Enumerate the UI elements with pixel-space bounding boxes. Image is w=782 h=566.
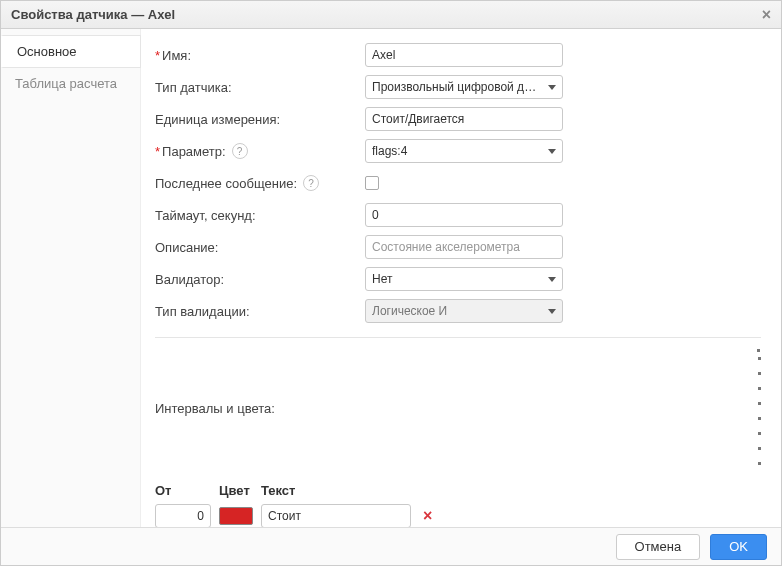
timeout-input[interactable] xyxy=(365,203,563,227)
label-timeout: Таймаут, секунд: xyxy=(155,208,365,223)
label-unit: Единица измерения: xyxy=(155,112,365,127)
intervals-wizard-icon[interactable] xyxy=(756,348,761,469)
interval-from-input[interactable] xyxy=(155,504,211,527)
label-valtype: Тип валидации: xyxy=(155,304,365,319)
chevron-down-icon xyxy=(548,277,556,282)
name-input[interactable] xyxy=(365,43,563,67)
interval-color-swatch[interactable] xyxy=(219,507,253,525)
dialog-footer: Отмена OK xyxy=(1,527,781,565)
description-input[interactable] xyxy=(365,235,563,259)
titlebar: Свойства датчика — Axel × xyxy=(1,1,781,29)
col-header-from: От xyxy=(155,483,219,498)
label-name: *Имя: xyxy=(155,48,365,63)
lastmsg-checkbox[interactable] xyxy=(365,176,379,190)
label-lastmsg: Последнее сообщение: ? xyxy=(155,175,365,191)
label-validator: Валидатор: xyxy=(155,272,365,287)
tab-calc-table[interactable]: Таблица расчета xyxy=(1,68,140,99)
delete-interval-icon[interactable]: × xyxy=(419,507,436,525)
chevron-down-icon xyxy=(548,85,556,90)
interval-text-input[interactable] xyxy=(261,504,411,527)
close-icon[interactable]: × xyxy=(762,7,771,23)
validation-type-select[interactable]: Логическое И xyxy=(365,299,563,323)
ok-button[interactable]: OK xyxy=(710,534,767,560)
main-panel: *Имя: Тип датчика: Произвольный цифровой… xyxy=(141,29,781,527)
intervals-section-title: Интервалы и цвета: xyxy=(155,401,275,416)
parameter-select[interactable]: flags:4 xyxy=(365,139,563,163)
validator-select[interactable]: Нет xyxy=(365,267,563,291)
chevron-down-icon xyxy=(548,309,556,314)
sidebar: Основное Таблица расчета xyxy=(1,29,141,527)
chevron-down-icon xyxy=(548,149,556,154)
label-parameter: *Параметр: ? xyxy=(155,143,365,159)
interval-row: × xyxy=(155,504,761,527)
col-header-text: Текст xyxy=(261,483,421,498)
dialog-title: Свойства датчика — Axel xyxy=(11,7,175,22)
intervals-table: От Цвет Текст × × + Добавить интервал xyxy=(155,483,761,527)
help-icon[interactable]: ? xyxy=(232,143,248,159)
col-header-color: Цвет xyxy=(219,483,261,498)
help-icon[interactable]: ? xyxy=(303,175,319,191)
type-select[interactable]: Произвольный цифровой датчик xyxy=(365,75,563,99)
label-description: Описание: xyxy=(155,240,365,255)
label-type: Тип датчика: xyxy=(155,80,365,95)
cancel-button[interactable]: Отмена xyxy=(616,534,701,560)
divider xyxy=(155,337,761,338)
tab-main[interactable]: Основное xyxy=(0,35,141,68)
intervals-header: От Цвет Текст xyxy=(155,483,761,498)
unit-input[interactable] xyxy=(365,107,563,131)
